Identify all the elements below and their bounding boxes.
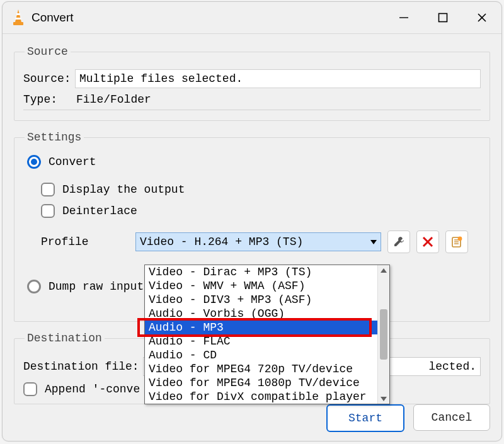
cancel-button[interactable]: Cancel [413, 404, 490, 431]
source-label: Source: [23, 72, 75, 85]
scroll-down-button[interactable] [378, 394, 389, 404]
convert-dialog: Convert Source Source: Multiple files se… [2, 1, 502, 441]
delete-profile-button[interactable] [416, 231, 439, 253]
chevron-down-icon [370, 240, 377, 244]
svg-rect-3 [13, 22, 23, 25]
minimize-button[interactable] [384, 2, 423, 33]
profile-option[interactable]: Video for MPEG4 720p TV/device [145, 362, 389, 376]
svg-rect-5 [439, 14, 447, 22]
type-value: File/Folder [75, 93, 481, 106]
new-profile-button[interactable] [445, 231, 468, 253]
vlc-cone-icon [11, 9, 25, 26]
scroll-thumb[interactable] [380, 309, 387, 360]
profile-option[interactable]: Video for DivX compatible player [145, 390, 389, 404]
profile-selected-value: Video - H.264 + MP3 (TS) [140, 236, 303, 248]
start-button-label: Start [348, 412, 382, 424]
triangle-down-icon [381, 397, 387, 401]
profile-option[interactable]: Video - DIV3 + MP3 (ASF) [145, 293, 389, 307]
start-button[interactable]: Start [326, 404, 404, 432]
append-converted-label: Append '-conve [45, 383, 140, 396]
delete-x-icon [422, 236, 433, 248]
radio-dot-icon [27, 155, 41, 169]
svg-rect-1 [16, 13, 20, 15]
profile-label: Profile [41, 236, 135, 248]
settings-legend: Settings [25, 131, 84, 144]
type-label: Type: [23, 93, 75, 106]
radio-dot-icon [27, 280, 41, 293]
svg-rect-2 [16, 18, 21, 20]
profile-option[interactable]: Audio - MP3 [145, 321, 389, 334]
svg-point-14 [458, 237, 462, 241]
window-title: Convert [32, 11, 74, 25]
new-document-icon [450, 236, 463, 248]
profile-option[interactable]: Audio - FLAC [145, 334, 389, 348]
source-legend: Source [25, 45, 71, 58]
destination-file-label: Destination file: [23, 360, 139, 373]
cancel-button-label: Cancel [432, 411, 472, 424]
checkbox-box-icon [41, 183, 55, 196]
deinterlace-checkbox[interactable]: Deinterlace [41, 204, 481, 218]
source-divider [23, 110, 481, 110]
wrench-icon [392, 236, 405, 248]
source-field[interactable]: Multiple files selected. [75, 69, 481, 88]
checkbox-box-icon [23, 382, 37, 396]
convert-radio-label: Convert [49, 156, 96, 168]
deinterlace-label: Deinterlace [62, 205, 137, 217]
display-output-checkbox[interactable]: Display the output [41, 183, 481, 196]
profile-option[interactable]: Video for MPEG4 1080p TV/device [145, 376, 389, 390]
triangle-up-icon [381, 268, 387, 273]
maximize-button[interactable] [423, 2, 462, 33]
profile-option[interactable]: Video - WMV + WMA (ASF) [145, 279, 389, 293]
profile-option[interactable]: Audio - CD [145, 348, 389, 362]
scroll-up-button[interactable] [378, 265, 389, 275]
profile-option[interactable]: Video - Dirac + MP3 (TS) [145, 265, 389, 279]
destination-file-value: lected. [428, 360, 476, 373]
destination-legend: Destination [25, 332, 105, 344]
dropdown-scrollbar[interactable] [377, 265, 389, 404]
titlebar: Convert [3, 2, 501, 34]
dump-raw-label: Dump raw input [49, 280, 144, 293]
profile-combobox[interactable]: Video - H.264 + MP3 (TS) [135, 232, 381, 251]
source-group: Source Source: Multiple files selected. … [14, 45, 490, 121]
checkbox-box-icon [41, 204, 55, 218]
edit-profile-button[interactable] [387, 231, 410, 253]
profile-option[interactable]: Audio - Vorbis (OGG) [145, 307, 389, 321]
svg-marker-0 [15, 9, 21, 22]
close-button[interactable] [462, 2, 501, 33]
profile-dropdown-list[interactable]: Video - Dirac + MP3 (TS)Video - WMV + WM… [144, 265, 390, 404]
dialog-footer: Start Cancel [326, 404, 490, 432]
convert-radio[interactable]: Convert [27, 155, 481, 169]
display-output-label: Display the output [62, 183, 185, 196]
